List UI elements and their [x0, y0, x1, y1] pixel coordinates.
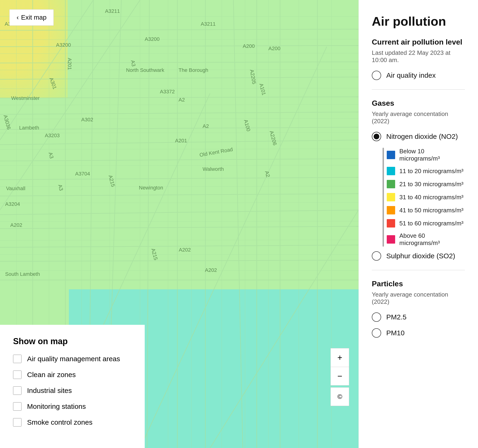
- exit-map-button[interactable]: ‹ Exit map: [9, 9, 54, 26]
- legend-item: 21 to 30 micrograms/m³: [387, 180, 465, 188]
- legend-text: 41 to 50 micrograms/m³: [399, 207, 464, 214]
- divider-1: [372, 89, 465, 90]
- road-label: A302: [81, 117, 93, 123]
- show-on-map-item: Monitoring stations: [13, 402, 132, 411]
- legend-color-swatch: [387, 235, 395, 244]
- legend-bar: [383, 148, 384, 247]
- show-on-map-items: Air quality management areasClean air zo…: [13, 355, 132, 427]
- road-label: A3211: [201, 21, 216, 27]
- current-level-section: Current air pollution level Last updated…: [372, 38, 465, 80]
- pm25-radio[interactable]: [372, 312, 381, 322]
- legend-text: 51 to 60 micrograms/m³: [399, 220, 464, 227]
- pm10-radio[interactable]: [372, 328, 381, 338]
- road-label: Newington: [139, 185, 163, 191]
- show-on-map-item-label: Air quality management areas: [27, 355, 120, 363]
- no2-legend: Below 10 micrograms/m³11 to 20 microgram…: [387, 148, 465, 247]
- zoom-controls: + − ©: [331, 348, 349, 406]
- no2-option[interactable]: Nitrogen dioxide (NO2): [372, 132, 465, 141]
- legend-item: 31 to 40 micrograms/m³: [387, 193, 465, 201]
- legend-color-swatch: [387, 167, 395, 175]
- show-on-map-item: Industrial sites: [13, 386, 132, 395]
- road-label: A200: [268, 45, 280, 52]
- road-label: A202: [179, 247, 191, 253]
- road-label: A202: [205, 267, 217, 273]
- show-on-map-title: Show on map: [13, 336, 132, 346]
- particles-heading: Particles: [372, 280, 465, 288]
- so2-label: Sulphur dioxide (SO2): [386, 252, 455, 260]
- legend-item: Below 10 micrograms/m³: [387, 148, 465, 162]
- so2-option[interactable]: Sulphur dioxide (SO2): [372, 251, 465, 261]
- current-level-heading: Current air pollution level: [372, 38, 465, 46]
- road-label: A3: [130, 60, 137, 67]
- road-label: A3200: [56, 42, 71, 48]
- legend-item: 11 to 20 micrograms/m³: [387, 167, 465, 175]
- legend-item: 51 to 60 micrograms/m³: [387, 219, 465, 228]
- road-label: Lambeth: [19, 125, 39, 131]
- gases-subheading: Yearly average concentation (2022): [372, 110, 465, 125]
- road-label: A3372: [160, 89, 175, 95]
- gases-heading: Gases: [372, 99, 465, 108]
- show-on-map-checkbox-4[interactable]: [13, 418, 21, 427]
- road-label: A202: [10, 222, 22, 228]
- last-updated: Last updated 22 May 2023 at 10:00 am.: [372, 49, 465, 64]
- show-on-map-item-label: Smoke control zones: [27, 418, 92, 426]
- pm10-label: PM10: [386, 329, 404, 337]
- legend-text: Below 10 micrograms/m³: [399, 148, 465, 162]
- show-on-map-item-label: Clean air zones: [27, 371, 76, 379]
- legend-color-swatch: [387, 151, 395, 159]
- road-label: A3203: [45, 132, 60, 139]
- page-title: Air pollution: [372, 14, 465, 28]
- road-label: A201: [67, 58, 73, 70]
- show-on-map-checkbox-1[interactable]: [13, 371, 21, 379]
- show-on-map-panel: Show on map Air quality management areas…: [0, 325, 145, 448]
- zoom-in-button[interactable]: +: [331, 348, 349, 367]
- pm25-option[interactable]: PM2.5: [372, 312, 465, 322]
- legend-item: 41 to 50 micrograms/m³: [387, 206, 465, 214]
- legend-color-swatch: [387, 180, 395, 188]
- gases-section: Gases Yearly average concentation (2022)…: [372, 99, 465, 261]
- road-label: A2: [203, 123, 209, 129]
- road-label: A201: [175, 138, 187, 144]
- show-on-map-checkbox-3[interactable]: [13, 402, 21, 411]
- road-label: A2: [179, 97, 185, 103]
- exit-map-label: Exit map: [21, 14, 46, 21]
- show-on-map-checkbox-0[interactable]: [13, 355, 21, 363]
- divider-2: [372, 270, 465, 270]
- copyright-button[interactable]: ©: [331, 387, 349, 406]
- show-on-map-item: Clean air zones: [13, 371, 132, 379]
- no2-radio[interactable]: [372, 132, 381, 141]
- road-label: A200: [243, 43, 255, 49]
- so2-radio[interactable]: [372, 251, 381, 261]
- road-label: Vauxhall: [6, 186, 25, 192]
- no2-legend-items: Below 10 micrograms/m³11 to 20 microgram…: [387, 148, 465, 247]
- particles-section: Particles Yearly average concentation (2…: [372, 280, 465, 338]
- show-on-map-item: Air quality management areas: [13, 355, 132, 363]
- legend-color-swatch: [387, 193, 395, 201]
- show-on-map-item: Smoke control zones: [13, 418, 132, 427]
- air-quality-index-option[interactable]: Air quality index: [372, 71, 465, 80]
- legend-color-swatch: [387, 219, 395, 228]
- road-label: A3204: [5, 201, 20, 207]
- legend-color-swatch: [387, 206, 395, 214]
- road-label: South Lambeth: [5, 271, 40, 277]
- back-icon: ‹: [17, 14, 19, 21]
- air-quality-index-label: Air quality index: [386, 71, 436, 79]
- show-on-map-item-label: Monitoring stations: [27, 403, 86, 411]
- road-label: The Borough: [179, 67, 208, 73]
- legend-text: 21 to 30 micrograms/m³: [399, 180, 464, 188]
- zoom-out-button[interactable]: −: [331, 367, 349, 386]
- legend-text: 11 to 20 micrograms/m³: [399, 168, 464, 175]
- particles-subheading: Yearly average concentation (2022): [372, 291, 465, 305]
- show-on-map-checkbox-2[interactable]: [13, 386, 21, 395]
- air-quality-index-radio[interactable]: [372, 71, 381, 80]
- show-on-map-item-label: Industrial sites: [27, 387, 72, 395]
- legend-item: Above 60 micrograms/m³: [387, 232, 465, 247]
- road-label: Walworth: [203, 166, 224, 172]
- road-label: A3211: [105, 8, 120, 14]
- no2-label: Nitrogen dioxide (NO2): [386, 132, 458, 140]
- road-label: North Southwark: [126, 67, 164, 73]
- right-panel: Air pollution Current air pollution leve…: [358, 0, 478, 448]
- road-label: Westminster: [11, 95, 40, 101]
- legend-text: 31 to 40 micrograms/m³: [399, 194, 464, 201]
- pm10-option[interactable]: PM10: [372, 328, 465, 338]
